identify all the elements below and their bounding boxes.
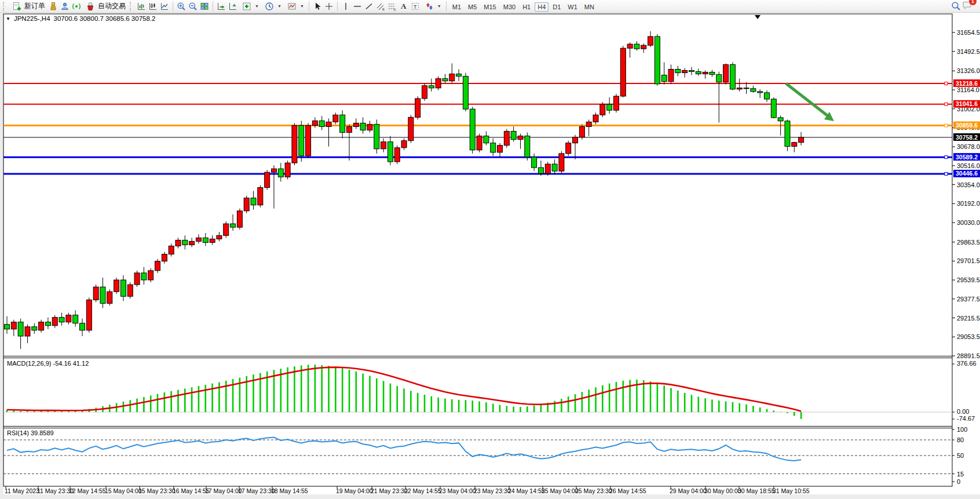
svg-text:26 May 14:55: 26 May 14:55: [609, 487, 646, 494]
autotrade-button[interactable]: 自动交易: [82, 1, 128, 12]
cursor-icon[interactable]: [312, 1, 323, 12]
svg-text:80: 80: [957, 436, 964, 443]
timeframe-group: M1M5M15M30H1H4D1W1MN: [449, 1, 598, 12]
timeframe-button-H4[interactable]: H4: [535, 2, 548, 12]
svg-text:18 May 14:55: 18 May 14:55: [271, 487, 308, 494]
chevron-down-icon: ▼: [300, 4, 304, 8]
svg-text:30 May 00:00: 30 May 00:00: [704, 487, 741, 494]
svg-text:31654.5: 31654.5: [957, 29, 980, 36]
svg-text:31041.6: 31041.6: [956, 100, 978, 107]
toolbar-grip: [3, 2, 6, 11]
svg-text:E: E: [382, 8, 385, 11]
autotrade-icon: [85, 1, 96, 12]
chart-title: ▼ JPN225-,H4 30700.6 30800.7 30685.6 307…: [6, 15, 155, 22]
community-icon[interactable]: [59, 1, 71, 12]
tile-windows-icon[interactable]: [199, 1, 210, 12]
svg-text:31326.0: 31326.0: [957, 67, 980, 74]
chart-window: 31654.531492.531326.031164.031002.030840…: [0, 13, 980, 499]
symbol-dropdown-icon[interactable]: ▼: [6, 16, 10, 21]
indicators-button[interactable]: ▼: [239, 1, 261, 12]
svg-text:30859.6: 30859.6: [956, 122, 978, 129]
svg-text:30030.0: 30030.0: [957, 219, 980, 226]
rsi-indicator-label: RSI(14) 39.8589: [7, 429, 54, 436]
chart-shift-icon[interactable]: [227, 1, 239, 12]
bar-chart-mode-icon[interactable]: [136, 1, 147, 12]
svg-text:0: 0: [957, 478, 960, 485]
svg-text:15: 15: [957, 471, 964, 478]
new-order-icon: [11, 1, 23, 12]
svg-text:31 May 10:55: 31 May 10:55: [773, 487, 810, 494]
svg-text:28891.5: 28891.5: [957, 352, 980, 359]
svg-text:T: T: [414, 3, 417, 9]
templates-button[interactable]: ▼: [284, 1, 306, 12]
symbol-period-label: JPN225-,H4: [14, 15, 50, 22]
chevron-down-icon: ▼: [437, 4, 441, 8]
svg-text:31164.0: 31164.0: [957, 86, 979, 93]
toolbar-separator: [173, 1, 173, 11]
svg-text:30 May 18:55: 30 May 18:55: [738, 487, 775, 494]
svg-text:19 May 04:00: 19 May 04:00: [336, 487, 373, 494]
chart-canvas[interactable]: 31654.531492.531326.031164.031002.030840…: [0, 13, 980, 499]
vertical-line-tool-icon[interactable]: [340, 1, 352, 12]
timeframe-button-H1[interactable]: H1: [520, 2, 533, 12]
svg-text:17 May 23:30: 17 May 23:30: [238, 487, 275, 494]
timeframe-button-M30[interactable]: M30: [500, 2, 518, 12]
svg-text:25 May 23:30: 25 May 23:30: [575, 487, 612, 494]
svg-text:30678.0: 30678.0: [957, 143, 980, 150]
line-chart-mode-icon[interactable]: [159, 1, 170, 12]
timeframe-button-M5[interactable]: M5: [465, 2, 480, 12]
arrows-tool-button[interactable]: ▼: [421, 1, 444, 12]
timeframe-button-W1[interactable]: W1: [565, 2, 580, 12]
svg-text:29 May 04:00: 29 May 04:00: [670, 487, 707, 494]
periods-button[interactable]: ▼: [261, 1, 284, 12]
toolbar-separator: [446, 1, 447, 11]
text-label-tool-icon[interactable]: T: [409, 1, 421, 12]
svg-text:15 May 04:00: 15 May 04:00: [105, 487, 142, 494]
trendline-tool-icon[interactable]: [363, 1, 375, 12]
toolbar-grip: [130, 2, 133, 11]
text-tool-icon[interactable]: A: [398, 1, 409, 12]
notification-badge: 1: [968, 0, 977, 6]
equidistant-channel-tool-icon[interactable]: E: [375, 1, 386, 12]
svg-text:30589.2: 30589.2: [956, 154, 978, 161]
auto-scroll-icon[interactable]: [215, 1, 227, 12]
fibonacci-tool-icon[interactable]: F: [386, 1, 398, 12]
signal-icon[interactable]: [71, 1, 82, 12]
svg-text:30446.6: 30446.6: [956, 170, 978, 177]
zoom-in-icon[interactable]: [175, 1, 187, 12]
svg-text:29053.5: 29053.5: [957, 333, 980, 340]
svg-text:100: 100: [957, 426, 967, 433]
candlestick-chart-mode-icon[interactable]: [147, 1, 159, 12]
timeframe-button-MN[interactable]: MN: [582, 2, 597, 12]
search-icon[interactable]: [950, 1, 961, 12]
svg-text:30192.0: 30192.0: [957, 200, 980, 207]
crosshair-icon[interactable]: [323, 1, 335, 12]
price-axis[interactable]: 31654.531492.531326.031164.031002.030840…: [952, 29, 980, 359]
toolbar: 新订单 自动交易 ▼: [0, 0, 980, 13]
time-axis[interactable]: 11 May 202311 May 23:3012 May 14:5515 Ma…: [5, 486, 810, 494]
svg-text:31218.6: 31218.6: [956, 80, 978, 87]
svg-text:F: F: [394, 8, 396, 11]
svg-text:11 May 2023: 11 May 2023: [5, 487, 39, 494]
notifications-button[interactable]: 1: [961, 0, 973, 12]
svg-text:-74.67: -74.67: [957, 415, 975, 422]
svg-text:24 May 14:55: 24 May 14:55: [508, 487, 545, 494]
new-order-label: 新订单: [24, 1, 45, 11]
zoom-out-icon[interactable]: [187, 1, 199, 12]
svg-text:21 May 23:30: 21 May 23:30: [371, 487, 408, 494]
new-order-button[interactable]: 新订单: [9, 1, 47, 12]
svg-text:29863.5: 29863.5: [957, 239, 980, 246]
svg-text:29539.5: 29539.5: [957, 276, 980, 283]
seal-icon[interactable]: [47, 1, 59, 12]
svg-text:30758.2: 30758.2: [956, 134, 978, 141]
timeframe-button-D1[interactable]: D1: [550, 2, 564, 12]
svg-text:17 May 04:00: 17 May 04:00: [205, 487, 242, 494]
clock-icon: [264, 1, 275, 12]
timeframe-button-M15[interactable]: M15: [481, 2, 499, 12]
indicators-icon: [241, 1, 253, 12]
timeframe-button-M1[interactable]: M1: [449, 2, 464, 12]
autotrade-label: 自动交易: [98, 1, 126, 11]
horizontal-line-tool-icon[interactable]: [352, 1, 363, 12]
svg-text:29215.5: 29215.5: [957, 315, 980, 322]
svg-text:31492.5: 31492.5: [957, 48, 980, 55]
